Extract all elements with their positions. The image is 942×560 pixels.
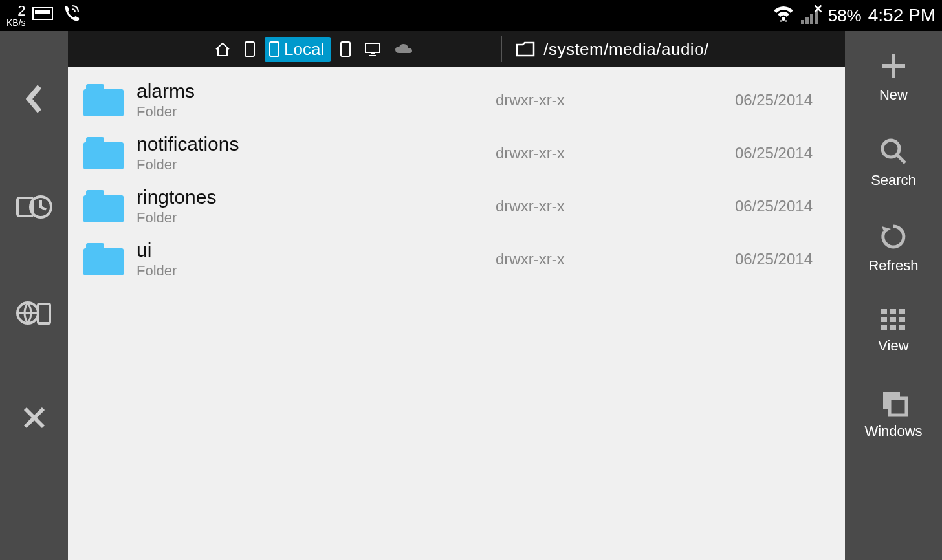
file-type: Folder (137, 103, 195, 120)
file-permissions: drwxr-xr-x (496, 91, 703, 109)
clock-time: 4:52 PM (868, 5, 936, 26)
svg-rect-1 (35, 10, 50, 14)
network-devices-button[interactable] (16, 299, 52, 327)
device-tab-icon[interactable] (240, 38, 259, 60)
list-item[interactable]: alarms Folder drwxr-xr-x 06/25/2014 (68, 74, 845, 127)
windows-button[interactable]: Windows (864, 387, 922, 440)
svg-point-15 (882, 140, 899, 157)
file-permissions: drwxr-xr-x (496, 144, 703, 162)
path-bar[interactable]: /system/media/audio/ (515, 39, 709, 59)
new-label: New (879, 87, 908, 103)
svg-rect-19 (881, 317, 887, 322)
back-button[interactable] (21, 83, 47, 115)
file-type: Folder (137, 210, 216, 226)
toolbar-divider (501, 36, 502, 62)
history-button[interactable] (16, 193, 52, 221)
file-date: 06/25/2014 (703, 197, 813, 215)
file-name: alarms (137, 80, 195, 102)
folder-icon (83, 243, 124, 275)
svg-rect-3 (801, 20, 804, 24)
svg-rect-11 (245, 42, 254, 56)
list-item[interactable]: ringtones Folder drwxr-xr-x 06/25/2014 (68, 180, 845, 233)
file-list: alarms Folder drwxr-xr-x 06/25/2014 noti… (68, 67, 845, 292)
file-name: ringtones (137, 186, 216, 208)
right-sidebar: New Search Refresh View Windows (845, 31, 942, 560)
svg-rect-22 (881, 325, 887, 330)
refresh-button[interactable]: Refresh (868, 221, 918, 274)
view-label: View (878, 338, 908, 354)
sdcard-tab-icon[interactable] (336, 38, 355, 60)
wifi-icon (772, 5, 794, 26)
battery-percent: 58% (828, 6, 862, 26)
close-button[interactable] (21, 405, 47, 431)
status-bar: 2 KB/s ✕ 58% 4:52 PM (0, 0, 942, 31)
new-button[interactable]: New (878, 50, 909, 103)
folder-icon (83, 84, 124, 116)
file-permissions: drwxr-xr-x (496, 250, 703, 268)
svg-rect-14 (366, 43, 380, 52)
search-button[interactable]: Search (871, 136, 916, 189)
cloud-tab-icon[interactable] (390, 40, 417, 58)
home-tab-icon[interactable] (210, 39, 235, 59)
screen-icon (32, 6, 54, 25)
local-tab[interactable]: Local (265, 37, 331, 62)
network-speed: 2 KB/s (6, 4, 26, 27)
svg-rect-23 (890, 325, 896, 330)
file-permissions: drwxr-xr-x (496, 197, 703, 215)
file-name: ui (137, 239, 177, 261)
computer-tab-icon[interactable] (360, 39, 385, 59)
list-item[interactable]: notifications Folder drwxr-xr-x 06/25/20… (68, 127, 845, 180)
local-tab-label: Local (284, 39, 324, 59)
svg-rect-10 (38, 304, 50, 323)
folder-icon (83, 190, 124, 222)
list-item[interactable]: ui Folder drwxr-xr-x 06/25/2014 (68, 233, 845, 286)
folder-icon (83, 137, 124, 169)
svg-rect-26 (890, 398, 906, 415)
phone-icon (61, 4, 80, 27)
file-date: 06/25/2014 (703, 91, 813, 109)
net-speed-unit: KB/s (6, 18, 26, 27)
signal-icon: ✕ (801, 7, 822, 24)
no-signal-x-icon: ✕ (813, 2, 823, 16)
svg-rect-24 (899, 325, 905, 330)
svg-rect-17 (890, 309, 896, 314)
net-speed-value: 2 (17, 4, 25, 18)
search-label: Search (871, 172, 916, 189)
local-tab-icon (268, 41, 280, 58)
svg-rect-13 (341, 42, 350, 56)
location-toolbar: Local /system/media/audio/ (68, 31, 845, 67)
svg-rect-20 (890, 317, 896, 322)
svg-rect-12 (270, 42, 279, 56)
main-panel: Local /system/media/audio/ (68, 31, 845, 560)
file-type: Folder (137, 156, 239, 173)
svg-point-2 (782, 17, 785, 21)
file-name: notifications (137, 133, 239, 155)
file-date: 06/25/2014 (703, 250, 813, 268)
left-sidebar (0, 31, 68, 560)
folder-outline-icon (515, 41, 536, 58)
file-type: Folder (137, 263, 177, 279)
svg-rect-21 (899, 317, 905, 322)
windows-label: Windows (864, 423, 922, 440)
svg-rect-18 (899, 309, 905, 314)
svg-rect-16 (881, 309, 887, 314)
svg-rect-4 (805, 17, 809, 24)
file-date: 06/25/2014 (703, 144, 813, 162)
current-path: /system/media/audio/ (543, 39, 709, 59)
refresh-label: Refresh (868, 257, 918, 274)
view-button[interactable]: View (878, 307, 909, 354)
